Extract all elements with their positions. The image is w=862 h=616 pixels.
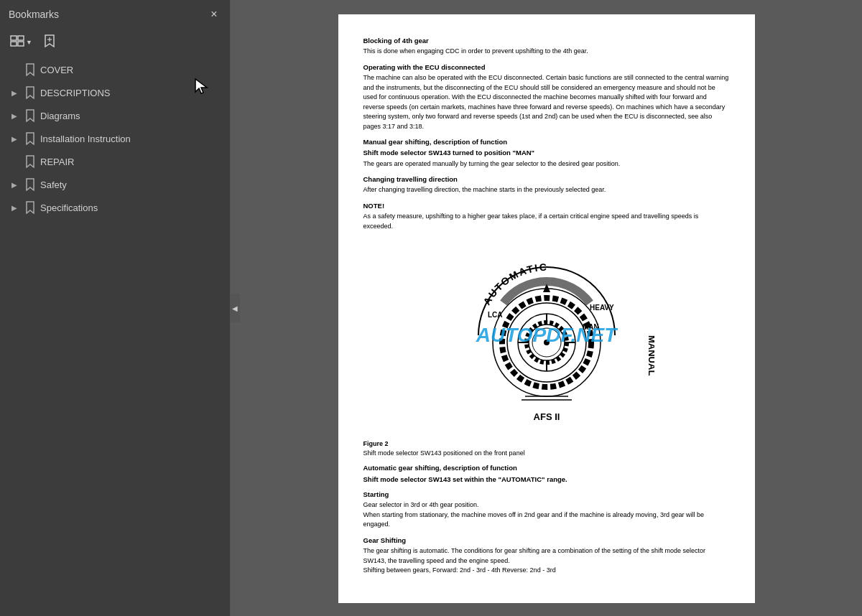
close-button[interactable]: × bbox=[207, 7, 221, 22]
heading-manual-gear: Manual gear shifting, description of fun… bbox=[363, 137, 730, 146]
pdf-page: Blocking of 4th gear This is done when e… bbox=[338, 14, 755, 603]
content-area[interactable]: Blocking of 4th gear This is done when e… bbox=[231, 0, 862, 616]
bookmark-manage-button[interactable] bbox=[40, 32, 60, 52]
bookmark-item-cover[interactable]: COVER bbox=[0, 58, 230, 81]
svg-marker-6 bbox=[27, 64, 34, 75]
svg-rect-2 bbox=[11, 42, 17, 46]
section-starting: Starting Gear selector in 3rd or 4th gea… bbox=[363, 490, 730, 530]
svg-marker-9 bbox=[27, 133, 34, 144]
expand-arrow-installation: ▶ bbox=[9, 133, 20, 144]
svg-text:LCA: LCA bbox=[488, 311, 503, 319]
expand-arrow-safety: ▶ bbox=[9, 179, 20, 190]
svg-text:MANUAL: MANUAL bbox=[646, 335, 654, 375]
bookmark-label-descriptions: DESCRIPTIONS bbox=[40, 88, 224, 98]
bookmark-item-installation[interactable]: ▶ Installation Instruction bbox=[0, 127, 230, 150]
bookmark-item-descriptions[interactable]: ▶ DESCRIPTIONS bbox=[0, 81, 230, 104]
text-manual-gear: The gears are operated manually by turni… bbox=[363, 159, 730, 169]
bookmark-item-specifications[interactable]: ▶ Specifications bbox=[0, 196, 230, 219]
text-starting: Gear selector in 3rd or 4th gear positio… bbox=[363, 500, 730, 530]
heading-auto-gear: Automatic gear shifting, description of … bbox=[363, 463, 730, 472]
subheading-manual-gear: Shift mode selector SW143 turned to posi… bbox=[363, 148, 730, 157]
bookmark-label-repair: REPAIR bbox=[40, 157, 224, 167]
heading-blocking: Blocking of 4th gear bbox=[363, 36, 730, 45]
bookmark-label-cover: COVER bbox=[40, 65, 224, 75]
bookmark-ribbon-icon-4 bbox=[24, 132, 36, 145]
expand-placeholder bbox=[9, 64, 20, 75]
text-direction: After changing travelling direction, the… bbox=[363, 185, 730, 195]
expand-arrow-specifications: ▶ bbox=[9, 202, 20, 213]
text-note: As a safety measure, upshifting to a hig… bbox=[363, 212, 730, 231]
sidebar-toolbar: ▼ bbox=[0, 29, 230, 58]
expand-arrow-diagrams: ▶ bbox=[9, 110, 20, 121]
section-manual-gear: Manual gear shifting, description of fun… bbox=[363, 137, 730, 169]
figure-caption-bold: Figure 2 bbox=[363, 439, 730, 449]
section-note: NOTE! As a safety measure, upshifting to… bbox=[363, 201, 730, 231]
svg-rect-3 bbox=[18, 42, 24, 46]
text-blocking: This is done when engaging CDC in order … bbox=[363, 47, 730, 57]
bookmark-label-safety: Safety bbox=[40, 179, 224, 190]
heading-ecu: Operating with the ECU disconnected bbox=[363, 62, 730, 72]
sidebar: Bookmarks × ▼ bbox=[0, 0, 230, 616]
sidebar-title: Bookmarks bbox=[9, 9, 59, 20]
svg-marker-8 bbox=[27, 110, 34, 121]
bookmark-item-diagrams[interactable]: ▶ Diagrams bbox=[0, 104, 230, 127]
section-figure: Figure 2 Shift mode selector SW143 posit… bbox=[363, 439, 730, 457]
bookmark-ribbon-icon-2 bbox=[24, 86, 36, 99]
sidebar-collapse-button[interactable]: ◀ bbox=[230, 294, 240, 322]
svg-marker-7 bbox=[27, 87, 34, 98]
expand-arrow-descriptions: ▶ bbox=[9, 87, 20, 98]
layout-dropdown-icon: ▼ bbox=[26, 39, 32, 46]
section-blocking: Blocking of 4th gear This is done when e… bbox=[363, 36, 730, 57]
subheading-auto-gear: Shift mode selector SW143 set within the… bbox=[363, 475, 730, 484]
bookmark-label-installation: Installation Instruction bbox=[40, 134, 224, 144]
bookmark-ribbon-icon-3 bbox=[24, 109, 36, 122]
section-auto-gear: Automatic gear shifting, description of … bbox=[363, 463, 730, 484]
bookmark-label-specifications: Specifications bbox=[40, 202, 224, 213]
text-ecu: The machine can also be operated with th… bbox=[363, 73, 730, 131]
section-gear-shifting: Gear Shifting The gear shifting is autom… bbox=[363, 536, 730, 576]
svg-text:HEAVY: HEAVY bbox=[590, 304, 614, 312]
bookmark-manage-icon bbox=[44, 34, 55, 50]
bookmark-item-repair[interactable]: REPAIR bbox=[0, 150, 230, 173]
bookmarks-panel: Bookmarks × ▼ bbox=[0, 0, 230, 219]
layout-button[interactable]: ▼ bbox=[6, 32, 37, 52]
heading-direction: Changing travelling direction bbox=[363, 174, 730, 184]
bookmark-ribbon-icon bbox=[24, 63, 36, 76]
bookmark-ribbon-icon-7 bbox=[24, 201, 36, 214]
bookmark-ribbon-icon-5 bbox=[24, 155, 36, 168]
bookmark-item-safety[interactable]: ▶ Safety bbox=[0, 173, 230, 196]
bookmark-label-diagrams: Diagrams bbox=[40, 111, 224, 121]
bookmark-ribbon-icon-6 bbox=[24, 178, 36, 191]
bookmark-list: COVER ▶ DESCRIPTIONS ▶ bbox=[0, 58, 230, 219]
section-ecu: Operating with the ECU disconnected The … bbox=[363, 62, 730, 131]
svg-marker-10 bbox=[27, 156, 34, 167]
svg-text:AFS II: AFS II bbox=[533, 411, 560, 422]
heading-gear-shifting: Gear Shifting bbox=[363, 536, 730, 545]
heading-note: NOTE! bbox=[363, 201, 730, 210]
gear-diagram-container: AUTOPDF.NET AUTOMATIC MANUAL AFS II bbox=[363, 242, 730, 429]
text-gear-shifting: The gear shifting is automatic. The cond… bbox=[363, 546, 730, 576]
svg-marker-11 bbox=[27, 179, 34, 190]
heading-starting: Starting bbox=[363, 490, 730, 499]
sidebar-header: Bookmarks × bbox=[0, 0, 230, 29]
svg-rect-0 bbox=[11, 36, 17, 40]
layout-icon bbox=[10, 35, 24, 49]
watermark: AUTOPDF.NET bbox=[476, 322, 617, 350]
section-direction: Changing travelling direction After chan… bbox=[363, 174, 730, 195]
svg-marker-12 bbox=[27, 202, 34, 213]
svg-rect-1 bbox=[18, 36, 24, 40]
expand-placeholder-repair bbox=[9, 156, 20, 167]
figure-subcaption: Shift mode selector SW143 positioned on … bbox=[363, 449, 730, 458]
